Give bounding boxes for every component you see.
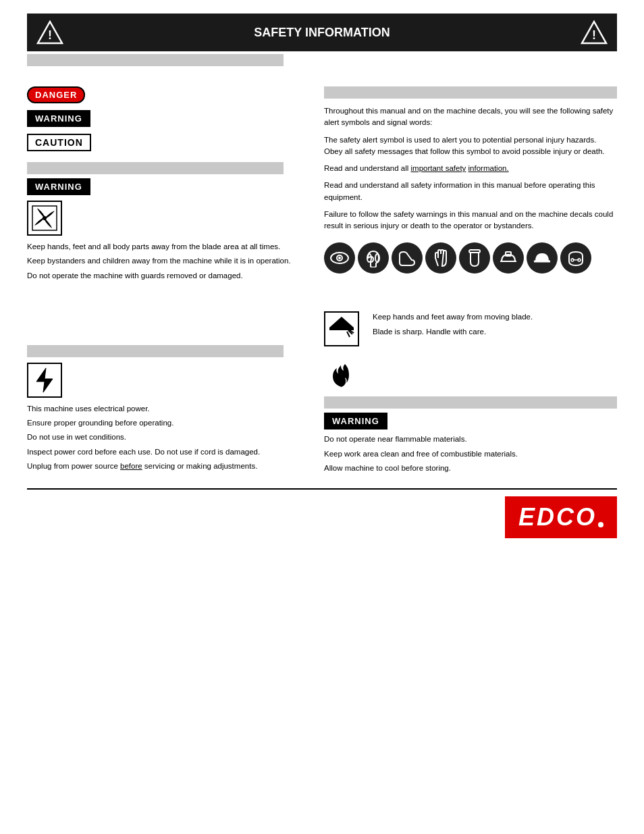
svg-marker-6 bbox=[36, 368, 53, 392]
banner-title: SAFETY INFORMATION bbox=[65, 26, 579, 40]
top-banner: ! SAFETY INFORMATION ! bbox=[27, 14, 617, 51]
svg-point-11 bbox=[375, 254, 379, 262]
blade-hazard-section: WARNING bbox=[27, 162, 311, 282]
svg-text:!: ! bbox=[48, 28, 52, 42]
left-column: DANGER WARNING CAUTION WARNING bbox=[27, 86, 311, 481]
face-shield-icon bbox=[459, 242, 490, 273]
danger-badge-row: DANGER bbox=[27, 86, 311, 103]
right-symbol-text: The safety alert symbol is used to alert… bbox=[324, 134, 617, 158]
fire-text: Do not operate near flammable materials.… bbox=[324, 434, 617, 474]
caution-badge: CAUTION bbox=[27, 134, 91, 151]
edco-logo-text: EDCO bbox=[518, 503, 597, 531]
electrical-section: This machine uses electrical power. Ensu… bbox=[27, 345, 311, 472]
underline-word: before bbox=[120, 462, 142, 470]
left-warning-triangle-icon: ! bbox=[35, 19, 65, 46]
fire-hazard-icon bbox=[324, 357, 359, 392]
bottom-footer: EDCO bbox=[27, 488, 617, 538]
ppe-icons-row bbox=[324, 242, 617, 273]
edco-logo: EDCO bbox=[505, 496, 617, 538]
subheader-bar bbox=[27, 54, 284, 66]
warning-badge-row: WARNING bbox=[27, 110, 311, 127]
right-column: Throughout this manual and on the machin… bbox=[324, 86, 617, 481]
electrical-header-bar bbox=[27, 345, 284, 357]
fire-warning-badge: WARNING bbox=[324, 413, 387, 429]
svg-text:!: ! bbox=[592, 28, 596, 42]
svg-point-17 bbox=[578, 259, 581, 261]
svg-point-16 bbox=[571, 259, 574, 261]
cutting-hazard-icon bbox=[324, 311, 359, 346]
important-underline: important safety bbox=[411, 164, 466, 172]
foot-protection-icon bbox=[392, 242, 423, 273]
hard-hat-icon bbox=[527, 242, 558, 273]
caution-badge-row: CAUTION bbox=[27, 134, 311, 151]
page: ! SAFETY INFORMATION ! DANGER WARNING bbox=[0, 0, 644, 834]
right-read-text: Read and understand all safety informati… bbox=[324, 180, 617, 203]
right-failure-text: Failure to follow the safety warnings in… bbox=[324, 209, 617, 232]
lightning-bolt-icon bbox=[27, 363, 62, 398]
hand-protection-icon bbox=[425, 242, 456, 273]
cutting-text: Keep hands and feet away from moving bla… bbox=[373, 311, 533, 340]
edco-dot-icon bbox=[598, 522, 603, 527]
svg-point-9 bbox=[338, 257, 341, 259]
blade-fan-icon bbox=[27, 201, 62, 236]
respiratory-protection-icon bbox=[560, 242, 591, 273]
head-protection-icon bbox=[493, 242, 524, 273]
hearing-protection-icon bbox=[358, 242, 389, 273]
fire-section-header-bar bbox=[324, 396, 617, 409]
main-content: DANGER WARNING CAUTION WARNING bbox=[27, 86, 617, 481]
warning-badge: WARNING bbox=[27, 110, 90, 127]
blade-section-header-bar bbox=[27, 162, 284, 174]
danger-badge: DANGER bbox=[27, 86, 85, 103]
information-underline: information. bbox=[468, 164, 509, 172]
eye-protection-icon bbox=[324, 242, 355, 273]
right-intro-text: Throughout this manual and on the machin… bbox=[324, 105, 617, 129]
electrical-text: This machine uses electrical power. Ensu… bbox=[27, 403, 311, 472]
right-warning-triangle-icon: ! bbox=[579, 19, 609, 46]
blade-text: Keep hands, feet and all body parts away… bbox=[27, 241, 311, 282]
right-top-bar bbox=[324, 86, 617, 99]
blade-warning-badge: WARNING bbox=[27, 178, 90, 195]
svg-line-20 bbox=[347, 332, 350, 337]
right-safety-text: Read and understand all important safety… bbox=[324, 163, 617, 174]
